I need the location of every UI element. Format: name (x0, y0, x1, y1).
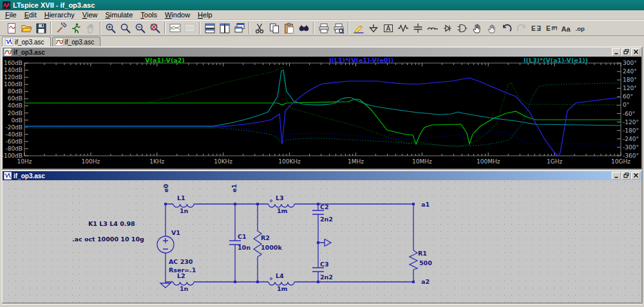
label-C2[interactable]: C2 (320, 203, 329, 210)
label-Rser=.1[interactable]: Rser=.1 (169, 266, 196, 274)
schematic-window-titlebar[interactable]: if_op3.asc (3, 171, 641, 180)
place-inductor-button[interactable] (425, 21, 440, 35)
drag-button[interactable] (484, 21, 499, 35)
spice-directive-button[interactable]: .op (573, 21, 588, 35)
y-right-tick-label: 240° (623, 68, 637, 75)
cut-button[interactable] (252, 21, 267, 35)
tab-if_op3.asc-0[interactable]: if_op3.asc (2, 37, 51, 46)
rotate-button[interactable]: EE (544, 21, 558, 35)
mirror-button[interactable]: EE (529, 21, 544, 35)
autorange-y-button[interactable] (167, 21, 182, 35)
label-1000k[interactable]: 1000k (261, 244, 282, 251)
spice-directive-text[interactable]: K1 L3 L4 0.98 (88, 220, 135, 227)
place-resistor-button[interactable] (395, 21, 410, 35)
tile-vertical-button[interactable] (217, 21, 232, 35)
label-1m[interactable]: 1m (277, 207, 288, 214)
restore-button[interactable] (621, 172, 630, 180)
menu-simulate[interactable]: Simulate (101, 11, 137, 19)
svg-text:.op: .op (575, 25, 584, 32)
schematic-wiring[interactable] (166, 204, 413, 283)
open-button[interactable] (19, 21, 33, 35)
place-net-label-button[interactable] (381, 21, 395, 35)
label-1n[interactable]: 1n (180, 285, 189, 292)
copy-button[interactable] (267, 21, 281, 35)
menu-help[interactable]: Help (194, 11, 216, 19)
plot-window-titlebar[interactable]: if_op3.asc (3, 48, 641, 57)
tab-if_op3.asc-1[interactable]: if_op3.asc (52, 37, 101, 46)
component-C2-capacitor[interactable] (312, 210, 324, 214)
restore-icon (623, 49, 629, 55)
trace-label[interactable]: V(a1)-V(a2) (145, 57, 184, 64)
menu-view[interactable]: View (79, 11, 102, 19)
restore-button[interactable] (621, 48, 630, 56)
draw-wire-button[interactable] (351, 21, 366, 35)
print-preview-button[interactable] (331, 21, 346, 35)
component-R1-resistor[interactable] (410, 250, 417, 270)
trace-label[interactable]: I(L1)*(V(e1)-V(e0)) (329, 57, 393, 64)
port-arrow-icon[interactable] (325, 239, 331, 247)
trace-label[interactable]: I(L3)*(V(a1)-V(e1)) (524, 57, 588, 64)
label-AC 230[interactable]: AC 230 (169, 258, 193, 265)
run-button[interactable] (68, 21, 83, 35)
save-button[interactable] (33, 21, 48, 35)
trace-phase-I(L1)*(V(e1)-V(e0)) (24, 127, 621, 144)
spice-directive-text[interactable]: .ac oct 10000 10 10g (72, 236, 144, 243)
schematic-canvas[interactable]: L11nL21nL31mL41mC110nR21000kC22n2C32n2V1… (3, 180, 641, 302)
minimize-button[interactable] (612, 48, 621, 56)
label-1n[interactable]: 1n (180, 207, 189, 214)
ground-symbol[interactable] (160, 283, 171, 288)
node-label-e0[interactable]: e0 (162, 184, 169, 192)
menu-hierarchy[interactable]: Hierarchy (41, 11, 79, 19)
zoom-area-button[interactable] (118, 21, 133, 35)
label-a2[interactable]: a2 (421, 278, 430, 285)
label-L4[interactable]: L4 (276, 272, 284, 279)
minimize-button[interactable] (612, 172, 621, 180)
component-V1-voltage-source[interactable] (157, 236, 174, 253)
node-label-e1[interactable]: e1 (231, 184, 238, 192)
zoom-in-button[interactable] (103, 21, 118, 35)
zoom-out-button[interactable] (133, 21, 147, 35)
cascade-icon (234, 23, 245, 34)
place-component-button[interactable] (455, 21, 469, 35)
place-text-button[interactable]: Aa (558, 21, 573, 35)
label-C1[interactable]: C1 (238, 233, 247, 240)
label-500[interactable]: 500 (419, 259, 432, 266)
plot-frame (24, 63, 621, 156)
menu-file[interactable]: File (1, 11, 21, 19)
label-L3[interactable]: L3 (276, 194, 284, 201)
label-C3[interactable]: C3 (320, 261, 329, 268)
tile-horizontal-button[interactable] (202, 21, 217, 35)
move-button[interactable] (469, 21, 484, 35)
place-ground-button[interactable] (366, 21, 381, 35)
close-button[interactable] (631, 48, 640, 56)
close-button[interactable] (631, 172, 640, 180)
menu-edit[interactable]: Edit (21, 11, 41, 19)
place-diode-button[interactable] (440, 21, 455, 35)
place-capacitor-button[interactable] (410, 21, 425, 35)
label-a1[interactable]: a1 (421, 201, 430, 208)
find-button[interactable] (296, 21, 311, 35)
label-10n[interactable]: 10n (238, 244, 251, 251)
label-2n2[interactable]: 2n2 (320, 274, 333, 281)
component-C3-capacitor[interactable] (312, 268, 324, 272)
new-schematic-button[interactable] (4, 21, 19, 35)
label-1m[interactable]: 1m (277, 285, 288, 292)
paste-button[interactable] (281, 21, 296, 35)
label-L1[interactable]: L1 (177, 194, 185, 201)
menu-tools[interactable]: Tools (137, 11, 161, 19)
undo-button[interactable] (499, 21, 514, 35)
label-R1[interactable]: R1 (418, 250, 427, 257)
menu-window[interactable]: Window (161, 11, 194, 19)
undo-icon (501, 23, 513, 34)
zoom-full-button[interactable] (147, 21, 162, 35)
label-2n2[interactable]: 2n2 (320, 216, 333, 223)
control-panel-button[interactable] (53, 21, 68, 35)
print-button[interactable] (316, 21, 331, 35)
label-V1[interactable]: V1 (171, 229, 180, 236)
cascade-button[interactable] (232, 21, 247, 35)
label-R2[interactable]: R2 (261, 234, 270, 241)
waveform-plot[interactable]: 160dB140dB120dB100dB80dB60dB40dB20dB0dB-… (3, 57, 641, 169)
plot-client-area[interactable]: 160dB140dB120dB100dB80dB60dB40dB20dB0dB-… (3, 57, 641, 169)
y-right-tick-label: 60° (623, 93, 633, 100)
x-tick-label: 100Hz (82, 158, 100, 165)
